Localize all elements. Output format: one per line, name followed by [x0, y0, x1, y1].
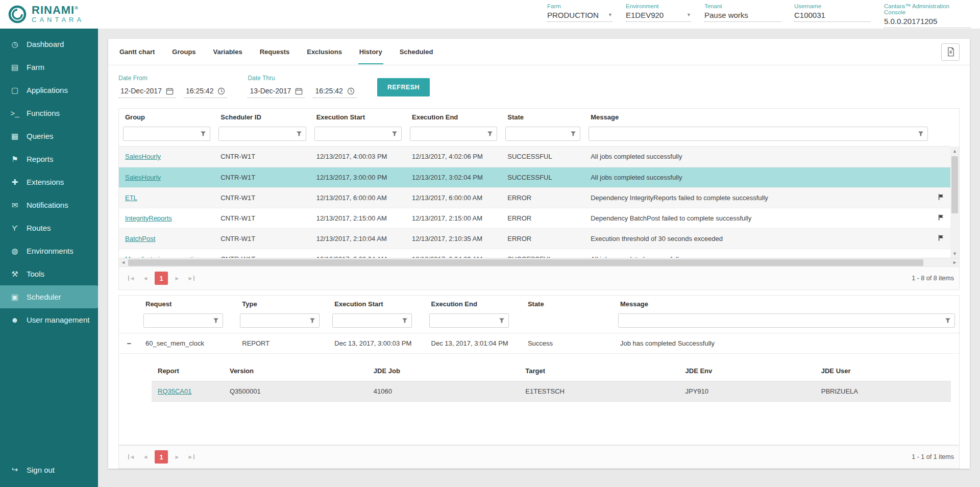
collapse-row-button[interactable]: − [125, 339, 133, 348]
filter-funnel-icon[interactable] [941, 314, 954, 327]
table-row[interactable]: SalesHourly CNTR-W1T 12/13/2017, 3:00:00… [119, 167, 950, 187]
vertical-scrollbar[interactable]: ▲ ▼ [950, 147, 959, 258]
filter-funnel-icon[interactable] [398, 314, 411, 327]
column-header-state[interactable]: State [522, 296, 614, 311]
previous-page-button[interactable]: ◄ [138, 450, 153, 464]
column-header-execution-start[interactable]: Execution Start [328, 296, 425, 311]
table-row[interactable]: IntegrityReports CNTR-W1T 12/13/2017, 2:… [119, 208, 950, 228]
rerun-flag-icon[interactable] [938, 214, 945, 221]
tenant-input[interactable]: Pause works [704, 11, 781, 22]
message-filter-input[interactable] [589, 127, 914, 140]
column-header-scheduler-id[interactable]: Scheduler ID [214, 109, 310, 125]
group-filter-input[interactable] [124, 127, 197, 140]
filter-funnel-icon[interactable] [567, 127, 580, 140]
filter-funnel-icon[interactable] [292, 127, 306, 140]
group-link[interactable]: BatchPost [125, 235, 155, 242]
column-header-execution-end[interactable]: Execution End [406, 109, 501, 125]
message-filter-input[interactable] [619, 314, 941, 327]
group-link[interactable]: ETL [125, 194, 137, 202]
current-page-button[interactable]: 1 [155, 272, 168, 285]
rerun-flag-icon[interactable] [938, 193, 945, 201]
column-header-version[interactable]: Version [224, 361, 368, 381]
sidebar-item-applications[interactable]: ▢ Applications [0, 79, 98, 102]
filter-funnel-icon[interactable] [197, 127, 210, 140]
date-thru-date-input[interactable]: 13-Dec-2017 [248, 86, 305, 98]
scroll-up-arrow[interactable]: ▲ [950, 147, 959, 155]
clock-icon[interactable] [347, 87, 355, 95]
group-link[interactable]: SalesHourly [125, 174, 161, 181]
column-header-group[interactable]: Group [119, 109, 214, 125]
vertical-scroll-thumb[interactable] [951, 156, 958, 213]
rerun-flag-icon[interactable] [938, 234, 945, 241]
column-header-request[interactable]: Request [139, 296, 236, 311]
refresh-button[interactable]: REFRESH [377, 78, 430, 96]
tab-groups[interactable]: Groups [171, 39, 197, 64]
table-row[interactable]: RQ35CA01 Q3500001 41060 E1TESTSCH JPY910… [152, 381, 951, 402]
table-row[interactable]: ETL CNTR-W1T 12/13/2017, 6:00:00 AM 12/1… [119, 187, 950, 208]
sidebar-item-reports[interactable]: ⚑ Reports [0, 148, 98, 171]
first-page-button[interactable]: ◄ [124, 271, 138, 285]
column-header-execution-start[interactable]: Execution Start [310, 109, 406, 125]
date-from-time-input[interactable]: 16:25:42 [184, 86, 228, 98]
sidebar-item-scheduler[interactable]: ▣ Scheduler [0, 285, 98, 308]
current-page-button[interactable]: 1 [155, 450, 168, 464]
environment-select[interactable]: E1DEV920▼ [626, 11, 691, 22]
table-row[interactable]: BatchPost CNTR-W1T 12/13/2017, 2:10:04 A… [119, 228, 950, 249]
scroll-left-arrow[interactable]: ◄ [119, 258, 128, 266]
column-header-message[interactable]: Message [614, 296, 959, 311]
request-filter-input[interactable] [144, 314, 209, 327]
column-header-target[interactable]: Target [519, 361, 679, 381]
column-header-jde-env[interactable]: JDE Env [679, 361, 815, 381]
username-input[interactable]: C100031 [794, 11, 871, 22]
first-page-button[interactable]: ◄ [124, 450, 138, 464]
table-row[interactable]: SalesHourly CNTR-W1T 12/13/2017, 4:00:03… [119, 147, 950, 167]
column-header-type[interactable]: Type [236, 296, 328, 311]
sidebar-item-notifications[interactable]: ✉ Notifications [0, 193, 98, 216]
column-header-report[interactable]: Report [152, 361, 224, 381]
sidebar-item-routes[interactable]: ϒ Routes [0, 216, 98, 239]
sidebar-item-environments[interactable]: ◍ Environments [0, 239, 98, 262]
state-filter-input[interactable] [506, 127, 567, 140]
filter-funnel-icon[interactable] [483, 127, 497, 140]
clock-icon[interactable] [217, 87, 225, 95]
sidebar-item-queries[interactable]: ▦ Queries [0, 125, 98, 148]
calendar-icon[interactable] [295, 87, 303, 95]
filter-funnel-icon[interactable] [306, 314, 319, 327]
execution-start-filter-input[interactable] [333, 314, 398, 327]
last-page-button[interactable]: ► [184, 450, 199, 464]
table-row[interactable]: Manufacturing accounting CNTR-W1T 12/13/… [119, 249, 950, 258]
farm-select[interactable]: PRODUCTION▼ [547, 11, 612, 22]
tab-requests[interactable]: Requests [259, 39, 291, 64]
scroll-right-arrow[interactable]: ► [950, 258, 959, 266]
table-row[interactable]: − 60_sec_mem_clock REPORT Dec 13, 2017, … [119, 333, 959, 354]
execution-start-filter-input[interactable] [315, 127, 388, 140]
sidebar-item-user-management[interactable]: ☻ User management [0, 308, 98, 331]
scroll-down-arrow[interactable]: ▼ [950, 249, 959, 258]
column-header-jde-job[interactable]: JDE Job [368, 361, 520, 381]
scheduler-id-filter-input[interactable] [219, 127, 292, 140]
column-header-state[interactable]: State [501, 109, 584, 125]
execution-end-filter-input[interactable] [410, 127, 483, 140]
sidebar-item-dashboard[interactable]: ◷ Dashboard [0, 33, 98, 56]
last-page-button[interactable]: ► [184, 271, 199, 285]
group-link[interactable]: IntegrityReports [125, 214, 172, 222]
tab-exclusions[interactable]: Exclusions [306, 39, 343, 64]
next-page-button[interactable]: ► [170, 271, 184, 285]
type-filter-input[interactable] [240, 314, 306, 327]
next-page-button[interactable]: ► [170, 450, 184, 464]
sidebar-item-tools[interactable]: ⚒ Tools [0, 262, 98, 285]
horizontal-scroll-thumb[interactable] [128, 259, 923, 266]
sidebar-item-farm[interactable]: ▤ Farm [0, 56, 98, 79]
calendar-icon[interactable] [166, 87, 174, 95]
tab-history[interactable]: History [358, 39, 383, 64]
column-header-message[interactable]: Message [584, 109, 932, 125]
filter-funnel-icon[interactable] [388, 127, 401, 140]
tab-variables[interactable]: Variables [212, 39, 243, 64]
filter-funnel-icon[interactable] [914, 127, 927, 140]
tab-gantt-chart[interactable]: Gantt chart [118, 39, 156, 64]
column-header-jde-user[interactable]: JDE User [815, 361, 951, 381]
previous-page-button[interactable]: ◄ [138, 271, 153, 285]
column-header-execution-end[interactable]: Execution End [425, 296, 522, 311]
sidebar-item-extensions[interactable]: ✚ Extensions [0, 171, 98, 193]
filter-funnel-icon[interactable] [209, 314, 223, 327]
